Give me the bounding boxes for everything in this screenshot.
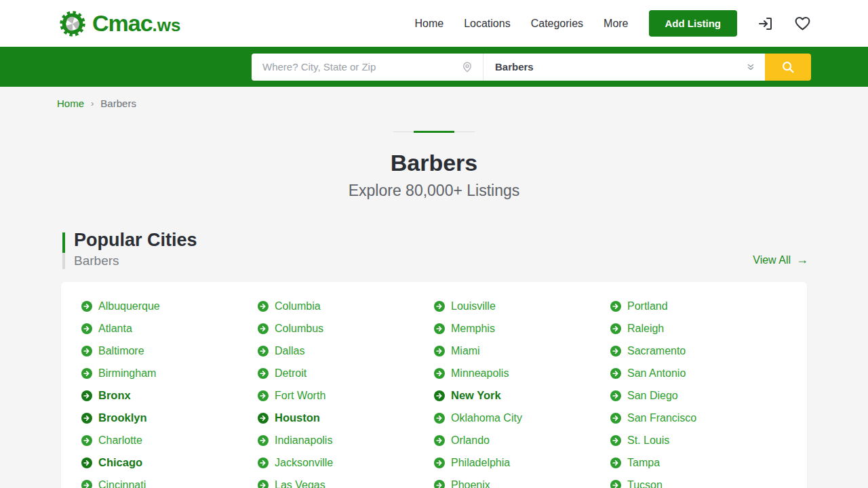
view-all-label: View All — [753, 254, 791, 266]
arrow-circle-right-icon — [258, 413, 269, 424]
arrow-circle-right-icon — [258, 368, 269, 379]
arrow-circle-right-icon — [434, 301, 445, 312]
city-link[interactable]: Las Vegas — [258, 474, 434, 488]
city-name: Birmingham — [98, 367, 156, 380]
arrow-circle-right-icon — [434, 435, 445, 446]
city-link[interactable]: San Diego — [610, 384, 787, 407]
brand-logo[interactable]: Cmac.ws — [57, 8, 181, 39]
city-link[interactable]: Detroit — [258, 362, 434, 384]
city-link[interactable]: Tampa — [610, 451, 787, 474]
arrow-circle-right-icon — [434, 480, 445, 488]
location-input[interactable] — [262, 61, 461, 73]
category-select-value: Barbers — [495, 61, 746, 73]
nav-item-categories[interactable]: Categories — [531, 18, 583, 30]
city-name: Jacksonville — [275, 457, 333, 469]
city-link[interactable]: Baltimore — [81, 340, 258, 362]
city-name: Las Vegas — [275, 479, 326, 488]
city-link[interactable]: Oklahoma City — [434, 407, 610, 429]
city-name: Charlotte — [98, 434, 142, 447]
city-link[interactable]: Portland — [610, 295, 787, 317]
city-link[interactable]: Indianapolis — [258, 429, 434, 451]
city-link[interactable]: Orlando — [434, 429, 610, 451]
arrow-circle-right-icon — [258, 346, 269, 357]
location-field[interactable] — [252, 54, 483, 81]
arrow-circle-right-icon — [81, 368, 92, 379]
city-link[interactable]: Chicago — [81, 451, 258, 474]
nav-item-home[interactable]: Home — [414, 18, 443, 30]
section-title-block: Popular Cities Barbers — [62, 230, 197, 268]
arrow-circle-right-icon — [81, 323, 92, 334]
brand-name-primary: Cmac — [92, 10, 153, 36]
arrow-circle-right-icon — [610, 435, 621, 446]
city-column-1: AlbuquerqueAtlantaBaltimoreBirminghamBro… — [81, 295, 258, 488]
arrow-circle-right-icon — [434, 346, 445, 357]
double-chevron-down-icon — [746, 62, 755, 72]
city-link[interactable]: San Francisco — [610, 407, 787, 429]
city-link[interactable]: Birmingham — [81, 362, 258, 384]
city-name: San Francisco — [627, 412, 696, 424]
city-name: Philadelphia — [451, 457, 510, 469]
city-link[interactable]: Charlotte — [81, 429, 258, 451]
city-link[interactable]: New York — [434, 384, 610, 407]
city-link[interactable]: Sacramento — [610, 340, 787, 362]
city-name: Baltimore — [98, 345, 144, 357]
header: Cmac.ws Home Locations Categories More A… — [0, 0, 868, 47]
arrow-circle-right-icon — [434, 390, 445, 401]
heart-icon[interactable] — [794, 16, 811, 31]
arrow-circle-right-icon — [258, 435, 269, 446]
city-name: Chicago — [98, 456, 142, 469]
gear-icon — [57, 8, 88, 39]
city-name: Oklahoma City — [451, 412, 522, 424]
search-bar: Barbers — [0, 47, 868, 87]
arrow-circle-right-icon — [610, 301, 621, 312]
city-link[interactable]: Cincinnati — [81, 474, 258, 488]
city-link[interactable]: Tucson — [610, 474, 787, 488]
add-listing-button[interactable]: Add Listing — [649, 10, 738, 37]
city-name: New York — [451, 389, 501, 402]
category-select[interactable]: Barbers — [483, 54, 765, 81]
city-link[interactable]: Miami — [434, 340, 610, 362]
arrow-circle-right-icon — [258, 458, 269, 468]
city-name: Fort Worth — [275, 390, 326, 402]
city-name: Columbia — [275, 300, 321, 312]
city-name: Indianapolis — [275, 434, 332, 447]
city-link[interactable]: St. Louis — [610, 429, 787, 451]
city-link[interactable]: Bronx — [81, 384, 258, 407]
nav-item-locations[interactable]: Locations — [464, 18, 511, 30]
city-name: Brooklyn — [98, 411, 147, 424]
hero-divider — [393, 131, 475, 133]
brand-name-suffix: .ws — [153, 15, 181, 35]
city-link[interactable]: Phoenix — [434, 474, 610, 488]
hero-section: Barbers Explore 80,000+ Listings — [0, 131, 868, 200]
search-button[interactable] — [765, 54, 811, 81]
city-link[interactable]: San Antonio — [610, 362, 787, 384]
nav-item-more[interactable]: More — [604, 18, 628, 30]
city-link[interactable]: Fort Worth — [258, 384, 434, 407]
city-name: Dallas — [275, 345, 304, 357]
city-column-3: LouisvilleMemphisMiamiMinneapolisNew Yor… — [434, 295, 610, 488]
arrow-circle-right-icon — [258, 323, 269, 334]
login-icon[interactable] — [757, 16, 774, 32]
arrow-circle-right-icon — [81, 458, 92, 468]
city-link[interactable]: Brooklyn — [81, 407, 258, 429]
city-name: Tampa — [627, 457, 660, 469]
city-link[interactable]: Raleigh — [610, 317, 787, 340]
city-link[interactable]: Louisville — [434, 295, 610, 317]
city-link[interactable]: Philadelphia — [434, 451, 610, 474]
city-column-2: ColumbiaColumbusDallasDetroitFort WorthH… — [258, 295, 434, 488]
city-link[interactable]: Columbia — [258, 295, 434, 317]
view-all-link[interactable]: View All → — [753, 253, 808, 268]
arrow-circle-right-icon — [434, 413, 445, 424]
city-link[interactable]: Memphis — [434, 317, 610, 340]
arrow-circle-right-icon — [81, 435, 92, 446]
city-link[interactable]: Columbus — [258, 317, 434, 340]
city-link[interactable]: Jacksonville — [258, 451, 434, 474]
city-link[interactable]: Albuquerque — [81, 295, 258, 317]
city-link[interactable]: Houston — [258, 407, 434, 429]
breadcrumb-home-link[interactable]: Home — [57, 98, 84, 109]
city-link[interactable]: Dallas — [258, 340, 434, 362]
city-link[interactable]: Atlanta — [81, 317, 258, 340]
brand-name: Cmac.ws — [92, 10, 181, 37]
city-link[interactable]: Minneapolis — [434, 362, 610, 384]
city-name: Tucson — [627, 479, 663, 488]
